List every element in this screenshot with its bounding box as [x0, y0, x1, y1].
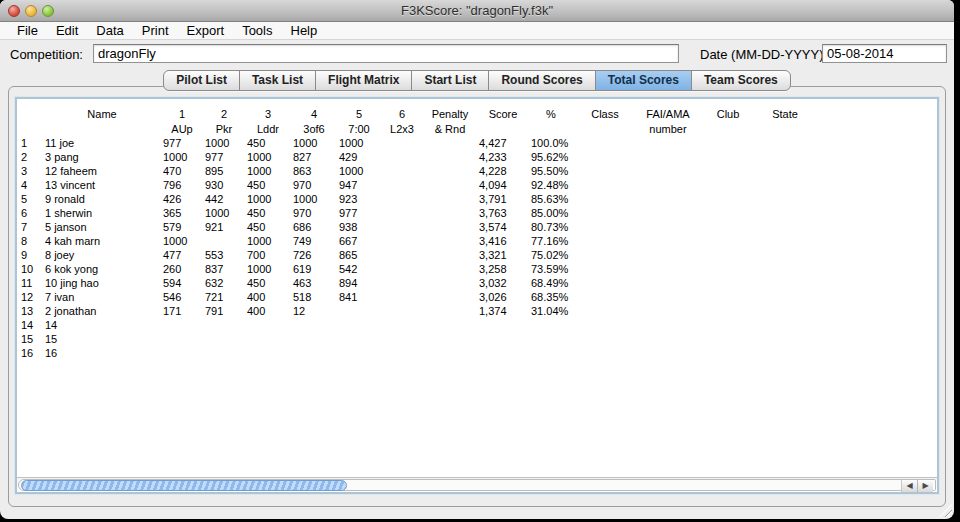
cell [699, 318, 757, 332]
cell: 553 [203, 248, 245, 262]
competition-input[interactable] [93, 44, 679, 63]
cell [813, 150, 937, 164]
cell [477, 332, 529, 346]
table-row[interactable]: 61 sherwin36510004509709773,76385.00% [19, 206, 937, 220]
scroll-right-icon[interactable]: ▶ [917, 480, 933, 492]
cell: 365 [161, 206, 203, 220]
column-header: 4 [291, 106, 337, 121]
column-header [477, 121, 529, 136]
cell [699, 304, 757, 318]
column-header: 5 [337, 106, 381, 121]
table-row[interactable]: 98 joey4775537007268653,32175.02% [19, 248, 937, 262]
column-header: Pkr [203, 121, 245, 136]
cell [699, 136, 757, 150]
table-row[interactable]: 106 kok yong26083710006195423,25873.59% [19, 262, 937, 276]
tab-pilot-list[interactable]: Pilot List [164, 71, 240, 90]
menu-file[interactable]: File [8, 22, 47, 40]
cell [757, 220, 813, 234]
cell [813, 346, 937, 360]
cell [291, 318, 337, 332]
table-row[interactable]: 1616 [19, 346, 937, 360]
column-header [529, 121, 573, 136]
cell [573, 192, 637, 206]
cell: 11 [19, 276, 43, 290]
cell [813, 248, 937, 262]
cell: 95.50% [529, 164, 573, 178]
cell: 100.0% [529, 136, 573, 150]
tab-start-list[interactable]: Start List [412, 71, 489, 90]
scroll-left-icon[interactable]: ◀ [901, 480, 917, 492]
column-header: Score [477, 106, 529, 121]
table-row[interactable]: 127 ivan5467214005188413,02668.35% [19, 290, 937, 304]
cell [813, 290, 937, 304]
column-header: L2x3 [381, 121, 423, 136]
table-row[interactable]: 132 jonathan171791400121,37431.04% [19, 304, 937, 318]
table-row[interactable]: 23 pang100097710008274294,23395.62% [19, 150, 937, 164]
tab-task-list[interactable]: Task List [240, 71, 316, 90]
cell: 3,026 [477, 290, 529, 304]
cell [423, 304, 477, 318]
cell: 579 [161, 220, 203, 234]
table-row[interactable]: 1110 jing hao5946324504638943,03268.49% [19, 276, 937, 290]
cell [573, 206, 637, 220]
cell: 10 [19, 262, 43, 276]
menu-tools[interactable]: Tools [233, 22, 281, 40]
column-header: & Rnd [423, 121, 477, 136]
table-row[interactable]: 1515 [19, 332, 937, 346]
tab-flight-matrix[interactable]: Flight Matrix [316, 71, 412, 90]
cell [381, 164, 423, 178]
cell: 977 [203, 150, 245, 164]
scrollbar-arrows: ◀ ▶ [901, 480, 933, 492]
menu-data[interactable]: Data [87, 22, 132, 40]
cell [637, 178, 699, 192]
cell: 1000 [161, 234, 203, 248]
cell [757, 234, 813, 248]
table-row[interactable]: 312 faheem470895100086310004,22895.50% [19, 164, 937, 178]
table-row[interactable]: 75 janson5799214506869383,57480.73% [19, 220, 937, 234]
cell: 667 [337, 234, 381, 248]
table-row[interactable]: 111 joe9771000450100010004,427100.0% [19, 136, 937, 150]
cell: 85.00% [529, 206, 573, 220]
cell: 3,574 [477, 220, 529, 234]
scrollbar-track[interactable]: ◀ ▶ [18, 479, 936, 491]
cell [757, 304, 813, 318]
menu-help[interactable]: Help [282, 22, 327, 40]
menu-edit[interactable]: Edit [47, 22, 87, 40]
cell [813, 318, 937, 332]
cell [757, 262, 813, 276]
table-row[interactable]: 1414 [19, 318, 937, 332]
cell: 726 [291, 248, 337, 262]
table-row[interactable]: 84 kah marn100010007496673,41677.16% [19, 234, 937, 248]
column-header [573, 121, 637, 136]
cell [381, 304, 423, 318]
cell [423, 234, 477, 248]
tab-round-scores[interactable]: Round Scores [489, 71, 595, 90]
cell [291, 332, 337, 346]
cell [637, 262, 699, 276]
cell [637, 276, 699, 290]
menu-print[interactable]: Print [133, 22, 178, 40]
table-row[interactable]: 413 vincent7969304509709474,09492.48% [19, 178, 937, 192]
cell [529, 332, 573, 346]
cell [573, 164, 637, 178]
cell [699, 150, 757, 164]
scrollbar-thumb[interactable] [21, 480, 347, 491]
tab-group: Pilot List Task List Flight Matrix Start… [163, 70, 791, 91]
tab-team-scores[interactable]: Team Scores [692, 71, 790, 90]
cell [381, 136, 423, 150]
cell [637, 248, 699, 262]
cell [477, 318, 529, 332]
cell [813, 276, 937, 290]
cell: 1000 [291, 192, 337, 206]
column-header [19, 121, 43, 136]
cell [161, 318, 203, 332]
menu-export[interactable]: Export [178, 22, 234, 40]
column-header: Name [43, 106, 161, 121]
cell: 1000 [245, 262, 291, 276]
date-input[interactable] [822, 44, 947, 63]
tab-total-scores[interactable]: Total Scores [596, 71, 692, 90]
cell [529, 346, 573, 360]
cell [699, 206, 757, 220]
cell: 8 [19, 234, 43, 248]
table-row[interactable]: 59 ronald426442100010009233,79185.63% [19, 192, 937, 206]
